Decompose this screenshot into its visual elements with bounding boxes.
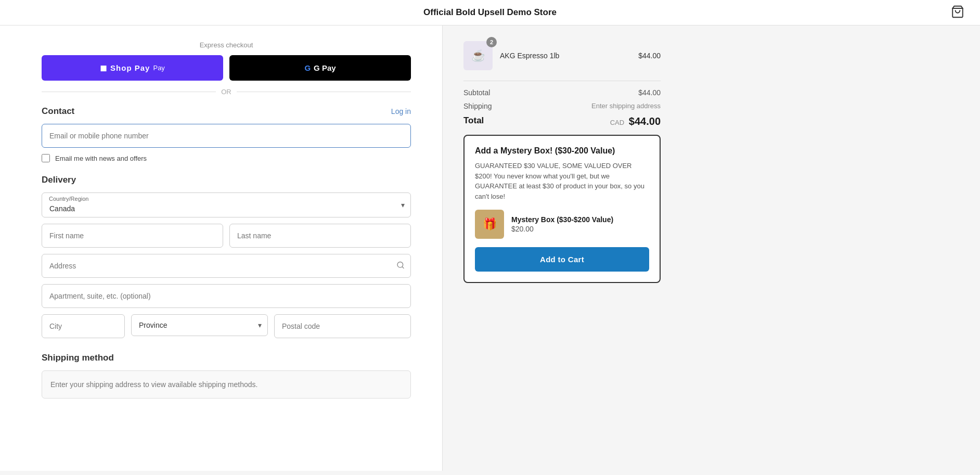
- contact-title: Contact: [42, 106, 74, 117]
- shop-icon: ◼: [100, 62, 107, 73]
- email-optin-label: Email me with news and offers: [55, 155, 147, 162]
- apartment-input[interactable]: [42, 284, 411, 308]
- email-input-wrapper: [42, 124, 411, 148]
- shipping-method-section: Shipping method Enter your shipping addr…: [42, 353, 411, 399]
- order-totals: Subtotal $44.00 Shipping Enter shipping …: [463, 81, 661, 127]
- postal-input[interactable]: [274, 314, 411, 338]
- cart-icon[interactable]: [951, 5, 964, 20]
- upsell-product: 🎁 Mystery Box ($30-$200 Value) $20.00: [475, 210, 649, 239]
- product-badge: 2: [486, 37, 497, 47]
- shipping-method-box: Enter your shipping address to view avai…: [42, 370, 411, 399]
- svg-line-2: [402, 267, 404, 268]
- total-label: Total: [463, 115, 484, 127]
- express-checkout-label: Express checkout: [42, 41, 411, 49]
- shipping-method-title: Shipping method: [42, 353, 114, 363]
- province-select[interactable]: Province: [131, 314, 268, 336]
- last-name-input[interactable]: [229, 224, 411, 248]
- postal-col: [274, 314, 411, 342]
- product-name: AKG Espresso 1lb: [500, 52, 631, 60]
- upsell-title: Add a Mystery Box! ($30-200 Value): [475, 146, 649, 156]
- delivery-section-header: Delivery: [42, 175, 411, 185]
- grand-total-row: Total CAD $44.00: [463, 115, 661, 127]
- shop-pay-label: Shop Pay: [110, 63, 150, 72]
- google-pay-label: G Pay: [314, 63, 336, 72]
- product-img-wrapper: ☕ 2: [463, 41, 493, 70]
- or-divider: OR: [42, 88, 411, 96]
- add-to-cart-label: Add to Cart: [540, 255, 584, 264]
- shop-pay-button[interactable]: ◼ Shop Pay Pay: [42, 55, 223, 81]
- total-value: $44.00: [629, 115, 661, 127]
- upsell-product-info: Mystery Box ($30-$200 Value) $20.00: [511, 215, 613, 233]
- country-select-wrapper: Country/Region Canada ▾: [42, 192, 411, 217]
- shipping-label: Shipping: [463, 102, 492, 110]
- main-layout: Express checkout ◼ Shop Pay Pay G G Pay …: [0, 25, 980, 471]
- shipping-value: Enter shipping address: [591, 102, 661, 110]
- shipping-row: Shipping Enter shipping address: [463, 102, 661, 110]
- product-emoji: ☕: [471, 49, 485, 62]
- apartment-input-wrapper: [42, 284, 411, 308]
- header: Official Bold Upsell Demo Store: [0, 0, 980, 25]
- or-text: OR: [221, 88, 231, 96]
- product-price: $44.00: [638, 52, 661, 60]
- search-icon: [396, 261, 405, 271]
- upsell-description: GUARANTEED $30 VALUE, SOME VALUED OVER $…: [475, 161, 649, 201]
- pay-word: Pay: [153, 64, 164, 72]
- currency-label: CAD: [610, 119, 624, 126]
- delivery-title: Delivery: [42, 175, 76, 185]
- total-amount: CAD $44.00: [610, 115, 661, 127]
- store-title: Official Bold Upsell Demo Store: [423, 7, 557, 18]
- first-name-input[interactable]: [42, 224, 223, 248]
- left-panel: Express checkout ◼ Shop Pay Pay G G Pay …: [0, 25, 442, 471]
- google-pay-button[interactable]: G G Pay: [229, 55, 411, 81]
- subtotal-row: Subtotal $44.00: [463, 88, 661, 97]
- city-col: [42, 314, 125, 342]
- delivery-section: Delivery Country/Region Canada ▾: [42, 175, 411, 342]
- shipping-method-placeholder: Enter your shipping address to view avai…: [50, 380, 257, 389]
- login-link[interactable]: Log in: [391, 107, 411, 115]
- email-input[interactable]: [42, 124, 411, 148]
- order-item: ☕ 2 AKG Espresso 1lb $44.00: [463, 41, 661, 70]
- address-input-wrapper: [42, 254, 411, 278]
- upsell-product-name: Mystery Box ($30-$200 Value): [511, 215, 613, 224]
- address-input[interactable]: [42, 254, 411, 278]
- subtotal-value: $44.00: [638, 88, 661, 97]
- city-input[interactable]: [42, 314, 125, 338]
- upsell-product-image: 🎁: [475, 210, 504, 239]
- add-to-cart-button[interactable]: Add to Cart: [475, 247, 649, 272]
- contact-section-header: Contact Log in: [42, 106, 411, 117]
- city-province-postal-row: Province ▾: [42, 314, 411, 342]
- upsell-product-price: $20.00: [511, 225, 613, 233]
- email-optin-checkbox[interactable]: [42, 154, 50, 162]
- upsell-box: Add a Mystery Box! ($30-200 Value) GUARA…: [463, 135, 661, 283]
- express-buttons: ◼ Shop Pay Pay G G Pay: [42, 55, 411, 81]
- right-panel: ☕ 2 AKG Espresso 1lb $44.00 Subtotal $44…: [442, 25, 681, 471]
- email-optin-row: Email me with news and offers: [42, 154, 411, 162]
- shipping-method-header: Shipping method: [42, 353, 411, 363]
- province-select-wrapper: Province ▾: [131, 314, 268, 336]
- subtotal-label: Subtotal: [463, 88, 490, 97]
- name-row: [42, 224, 411, 248]
- upsell-product-emoji: 🎁: [483, 217, 497, 231]
- country-select[interactable]: Canada: [42, 192, 411, 217]
- google-g-icon: G: [304, 63, 311, 72]
